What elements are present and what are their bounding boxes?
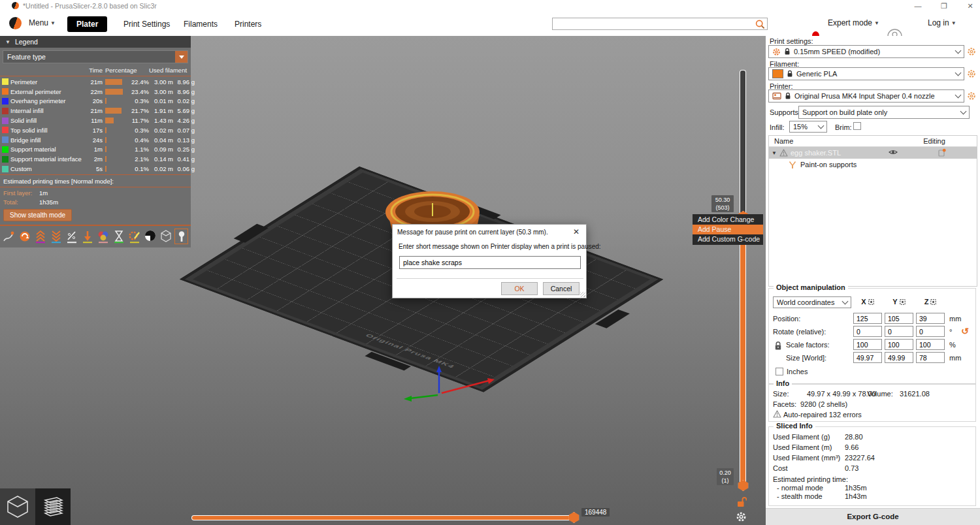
- position-z-input[interactable]: [916, 313, 945, 324]
- supports-label: Supports:: [770, 108, 800, 116]
- maximize-button[interactable]: ❐: [939, 2, 949, 10]
- custom-gcode-icon[interactable]: [127, 229, 141, 244]
- tab-print-settings[interactable]: Print Settings: [114, 16, 179, 32]
- object-row-egg-shaker[interactable]: ▼ egg shaker.STL: [769, 147, 977, 159]
- used-filament-m-value: 9.66: [845, 443, 858, 451]
- deretractions-icon[interactable]: [49, 229, 63, 244]
- tool-changes-icon[interactable]: [80, 229, 94, 244]
- lock-icon[interactable]: [774, 341, 782, 351]
- layer-slider-track[interactable]: [740, 70, 746, 488]
- close-button[interactable]: ✕: [966, 2, 975, 10]
- size-x-input[interactable]: [853, 352, 882, 363]
- chevron-down-icon: ▼: [874, 20, 879, 26]
- percentage-bar: [105, 137, 106, 143]
- chevron-down-icon: [179, 56, 184, 59]
- menu-dropdown[interactable]: Menu▼: [29, 18, 56, 27]
- reset-rotation-icon[interactable]: ↺: [961, 326, 969, 336]
- box-icon[interactable]: [159, 229, 172, 244]
- filament-select[interactable]: Generic PLA: [768, 67, 964, 80]
- preview-options-toolbar: [0, 225, 191, 247]
- legend-pin-icon[interactable]: [174, 229, 188, 244]
- infill-select[interactable]: 15%: [789, 121, 827, 133]
- gear-icon[interactable]: [736, 511, 747, 522]
- preview-view-button[interactable]: [35, 488, 71, 525]
- editor-view-button[interactable]: [0, 488, 35, 525]
- position-y-input[interactable]: [885, 313, 913, 324]
- editing-icon[interactable]: [906, 148, 977, 158]
- printer-select[interactable]: Original Prusa MK4 Input Shaper 0.4 nozz…: [768, 89, 964, 103]
- printer-gear-button[interactable]: [967, 91, 976, 101]
- shells-icon[interactable]: [143, 229, 157, 244]
- close-icon[interactable]: ✕: [571, 227, 581, 236]
- show-stealth-mode-button[interactable]: Show stealth mode: [3, 209, 72, 221]
- print-settings-select[interactable]: 0.15mm SPEED (modified): [768, 45, 964, 58]
- cube-icon: [6, 494, 29, 519]
- coordinates-select[interactable]: World coordinates: [773, 296, 851, 308]
- view-type-select[interactable]: Feature type: [3, 50, 188, 63]
- mode-selector[interactable]: Expert mode▼: [828, 18, 879, 27]
- legend-row: Support material interface2m2.1%0.14 m0.…: [0, 154, 191, 164]
- wipe-icon[interactable]: [18, 229, 31, 244]
- seams-icon[interactable]: [65, 229, 78, 244]
- object-row-paint-on-supports[interactable]: Paint-on supports: [769, 159, 977, 170]
- chevron-down-icon: ▼: [951, 20, 956, 26]
- size-z-input[interactable]: [916, 352, 945, 363]
- percentage-bar: [105, 79, 122, 85]
- menu-item-add-color-change[interactable]: Add Color Change: [693, 215, 763, 225]
- collapse-triangle-icon[interactable]: ▼: [5, 39, 10, 45]
- scale-x-input[interactable]: [853, 339, 882, 350]
- color-changes-icon[interactable]: [96, 229, 110, 244]
- app-logo-icon: [12, 2, 19, 9]
- child-name: Paint-on supports: [800, 161, 857, 168]
- legend-row: Internal infill21m21.7%1.91 m5.69 g: [0, 106, 191, 116]
- rotate-y-input[interactable]: [885, 326, 913, 337]
- menu-item-add-pause[interactable]: Add Pause: [693, 225, 763, 234]
- tab-filaments[interactable]: Filaments: [174, 16, 227, 32]
- legend-header[interactable]: ▼ Legend: [0, 36, 191, 48]
- gear-icon: [772, 48, 781, 56]
- print-settings-gear-button[interactable]: [967, 47, 976, 56]
- moves-slider-track[interactable]: [191, 515, 575, 520]
- retractions-icon[interactable]: [33, 229, 47, 244]
- search-icon[interactable]: [755, 19, 766, 30]
- pause-prints-icon[interactable]: [112, 229, 125, 244]
- supports-select[interactable]: Support on build plate only: [798, 106, 970, 119]
- rotate-z-input[interactable]: [916, 326, 945, 337]
- tab-plater[interactable]: Plater: [67, 16, 107, 32]
- moves-slider-handle[interactable]: [568, 512, 580, 523]
- printer-icon: [772, 92, 781, 101]
- brim-checkbox[interactable]: [853, 122, 861, 130]
- bed-tab: [234, 224, 269, 243]
- tab-printers[interactable]: Printers: [225, 16, 270, 32]
- export-gcode-button[interactable]: Export G-code: [766, 508, 980, 525]
- travel-moves-icon[interactable]: [2, 229, 16, 244]
- chevron-down-icon: [955, 69, 962, 76]
- percentage-bar: [105, 108, 122, 114]
- feature-color-swatch: [2, 156, 8, 163]
- rotate-unit: °: [949, 328, 952, 336]
- dropdown-arrow-button[interactable]: [175, 51, 188, 63]
- scale-z-input[interactable]: [916, 339, 945, 350]
- visibility-eye-icon[interactable]: [880, 149, 906, 157]
- ok-button[interactable]: OK: [501, 282, 538, 295]
- panel-title: Object manipulation: [774, 283, 848, 291]
- rotate-x-input[interactable]: [853, 326, 882, 337]
- cancel-button[interactable]: Cancel: [543, 282, 580, 295]
- resize-grip[interactable]: [580, 292, 585, 297]
- search-input[interactable]: [554, 18, 753, 29]
- position-x-input[interactable]: [853, 313, 882, 324]
- feature-color-swatch: [2, 166, 8, 172]
- scale-y-input[interactable]: [885, 339, 913, 350]
- minimize-button[interactable]: —: [913, 2, 923, 10]
- moves-slider-tooltip: 169448: [581, 508, 610, 517]
- inches-checkbox[interactable]: [776, 368, 783, 375]
- chevron-down-icon[interactable]: ▼: [769, 150, 779, 156]
- login-menu[interactable]: Log in▼: [928, 18, 956, 27]
- size-y-input[interactable]: [885, 352, 913, 363]
- menu-item-add-custom-gcode[interactable]: Add Custom G-code: [693, 234, 763, 244]
- filament-gear-button[interactable]: [967, 69, 976, 78]
- dialog-title-bar[interactable]: Message for pause print on current layer…: [393, 225, 586, 239]
- pause-message-input[interactable]: [399, 256, 581, 269]
- 3d-viewport[interactable]: Original Prusa MK4 ▼ Legend: [0, 36, 766, 525]
- unlock-icon[interactable]: [736, 496, 747, 507]
